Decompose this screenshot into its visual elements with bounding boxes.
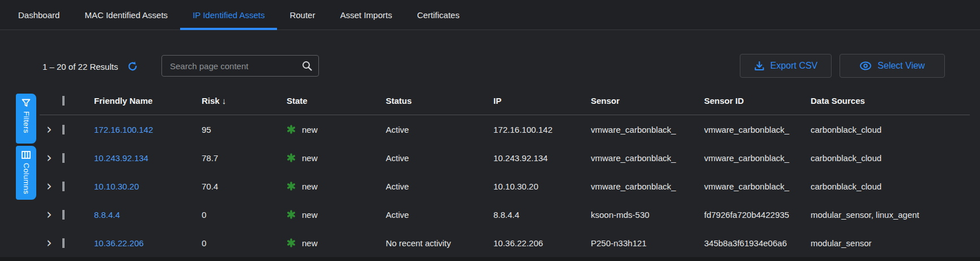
assets-table: Friendly Name Risk↓ State Status IP Sens… — [40, 87, 970, 257]
tab-router[interactable]: Router — [277, 0, 327, 30]
row-checkbox-cell — [62, 238, 94, 248]
column-header-sensor[interactable]: Sensor — [591, 96, 704, 106]
friendly-name-link[interactable]: 10.243.92.134 — [94, 153, 202, 163]
data-sources-value: carbonblack_cloud — [811, 125, 970, 134]
state-cell: new — [287, 182, 386, 191]
state-cell: new — [287, 153, 386, 163]
sensor-value: vmware_carbonblack_ — [591, 153, 704, 163]
expand-row-chevron-icon[interactable]: › — [40, 124, 62, 135]
filters-button[interactable]: Filters — [16, 94, 36, 144]
sensor-id-value: fd7926fa720b4422935 — [704, 210, 811, 220]
toolbar: 1 – 20 of 22 Results Export CSV — [0, 54, 980, 79]
ip-value: 10.243.92.134 — [493, 153, 591, 163]
ip-value: 172.16.100.142 — [493, 125, 591, 134]
row-checkbox-cell — [62, 125, 94, 134]
column-header-ip[interactable]: IP — [493, 96, 591, 106]
sort-descending-icon: ↓ — [222, 96, 227, 106]
expand-row-chevron-icon[interactable]: › — [40, 209, 62, 220]
table-row: › 8.8.4.4 0 new Active 8.8.4.4 ksoon-mds… — [40, 200, 970, 229]
search-box — [161, 55, 319, 77]
select-view-label: Select View — [877, 61, 924, 71]
risk-value: 78.7 — [202, 153, 287, 163]
sensor-id-value: 345b8a3f61934e06a6 — [704, 238, 811, 248]
status-value: No recent activity — [386, 238, 493, 248]
column-header-sensor-id[interactable]: Sensor ID — [704, 96, 811, 106]
data-sources-value: modular_sensor, linux_agent — [811, 210, 970, 220]
row-checkbox[interactable] — [62, 210, 65, 220]
columns-icon — [22, 151, 31, 159]
table-row: › 172.16.100.142 95 new Active 172.16.10… — [40, 115, 970, 144]
sensor-value: vmware_carbonblack_ — [591, 182, 704, 191]
column-header-friendly-name[interactable]: Friendly Name — [94, 96, 202, 106]
sensor-id-value: vmware_carbonblack_ — [704, 125, 811, 134]
column-header-status[interactable]: Status — [386, 96, 493, 106]
tab-dashboard[interactable]: Dashboard — [6, 0, 72, 30]
data-sources-value: carbonblack_cloud — [811, 182, 970, 191]
search-icon[interactable] — [301, 60, 313, 71]
table-bottom-edge — [0, 257, 980, 261]
state-label: new — [302, 210, 318, 220]
friendly-name-link[interactable]: 172.16.100.142 — [94, 125, 202, 134]
tab-certificates[interactable]: Certificates — [404, 0, 472, 30]
columns-button[interactable]: Columns — [16, 146, 36, 200]
column-header-state[interactable]: State — [287, 96, 386, 106]
tab-ip-identified-assets[interactable]: IP Identified Assets — [180, 0, 277, 30]
table-body: › 172.16.100.142 95 new Active 172.16.10… — [40, 115, 970, 257]
friendly-name-link[interactable]: 10.36.22.206 — [94, 238, 202, 248]
row-checkbox[interactable] — [62, 125, 65, 134]
select-view-button[interactable]: Select View — [840, 54, 945, 78]
results-count: 1 – 20 of 22 Results — [42, 62, 118, 71]
columns-button-label: Columns — [22, 163, 31, 194]
export-csv-button[interactable]: Export CSV — [740, 54, 832, 78]
state-new-asterisk-icon — [287, 153, 296, 162]
expand-row-chevron-icon[interactable]: › — [40, 152, 62, 163]
export-csv-label: Export CSV — [770, 61, 818, 71]
state-new-asterisk-icon — [287, 125, 296, 134]
ip-value: 10.10.30.20 — [493, 182, 591, 191]
column-header-data-sources[interactable]: Data Sources — [811, 96, 970, 106]
state-label: new — [302, 125, 318, 134]
expand-row-chevron-icon[interactable]: › — [40, 237, 62, 249]
row-checkbox-cell — [62, 210, 94, 220]
table-row: › 10.10.30.20 70.4 new Active 10.10.30.2… — [40, 172, 970, 200]
select-all-checkbox[interactable] — [62, 96, 65, 106]
state-new-asterisk-icon — [287, 238, 296, 247]
refresh-icon[interactable] — [127, 61, 138, 72]
state-new-asterisk-icon — [287, 210, 296, 219]
tab-bar: Dashboard MAC Identified Assets IP Ident… — [0, 0, 980, 30]
expand-row-chevron-icon[interactable]: › — [40, 180, 62, 192]
filters-button-label: Filters — [22, 111, 31, 133]
friendly-name-link[interactable]: 10.10.30.20 — [94, 182, 202, 191]
state-cell: new — [287, 125, 386, 134]
tab-mac-identified-assets[interactable]: MAC Identified Assets — [72, 0, 180, 30]
filter-funnel-icon — [22, 99, 31, 107]
search-input[interactable] — [170, 61, 301, 71]
row-checkbox-cell — [62, 182, 94, 191]
select-all-checkbox-cell — [62, 96, 94, 106]
sensor-id-value: vmware_carbonblack_ — [704, 153, 811, 163]
state-new-asterisk-icon — [287, 182, 296, 191]
state-label: new — [302, 238, 318, 248]
row-checkbox[interactable] — [62, 182, 65, 191]
state-cell: new — [287, 210, 386, 220]
status-value: Active — [386, 125, 493, 134]
row-checkbox[interactable] — [62, 153, 65, 163]
tab-asset-imports[interactable]: Asset Imports — [327, 0, 404, 30]
data-sources-value: carbonblack_cloud — [811, 153, 970, 163]
friendly-name-link[interactable]: 8.8.4.4 — [94, 210, 202, 220]
risk-value: 0 — [202, 238, 287, 248]
risk-value: 0 — [202, 210, 287, 220]
row-checkbox[interactable] — [62, 238, 65, 248]
risk-header-label: Risk — [202, 96, 220, 106]
status-value: Active — [386, 182, 493, 191]
column-header-risk[interactable]: Risk↓ — [202, 96, 287, 106]
sensor-value: ksoon-mds-530 — [591, 210, 704, 220]
ip-value: 10.36.22.206 — [493, 238, 591, 248]
risk-value: 95 — [202, 125, 287, 134]
sensor-value: P250-n33h121 — [591, 238, 704, 248]
state-cell: new — [287, 238, 386, 248]
table-header-row: Friendly Name Risk↓ State Status IP Sens… — [40, 87, 970, 115]
sensor-id-value: vmware_carbonblack_ — [704, 182, 811, 191]
sensor-value: vmware_carbonblack_ — [591, 125, 704, 134]
download-icon — [754, 61, 765, 71]
